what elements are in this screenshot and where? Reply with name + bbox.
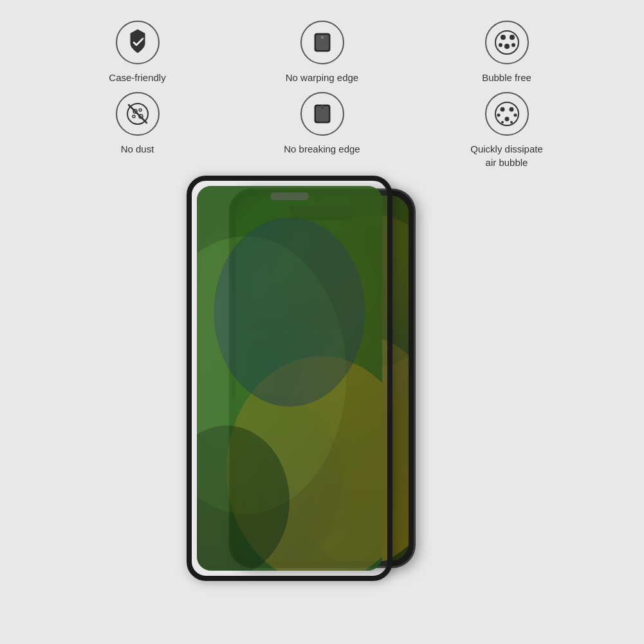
svg-point-30 bbox=[510, 121, 513, 124]
feature-no-dust: No dust bbox=[51, 91, 223, 169]
svg-point-11 bbox=[511, 43, 515, 47]
feature-no-warping-edge: No warping edge bbox=[236, 19, 408, 84]
svg-point-26 bbox=[504, 117, 509, 122]
case-friendly-label: Case-friendly bbox=[109, 71, 165, 84]
svg-point-9 bbox=[504, 44, 510, 49]
svg-point-15 bbox=[139, 109, 142, 111]
no-dust-label: No dust bbox=[121, 142, 154, 156]
no-breaking-edge-label: No breaking edge bbox=[284, 142, 360, 156]
glass-swirl bbox=[197, 186, 382, 571]
svg-point-22 bbox=[486, 93, 528, 135]
no-breaking-edge-icon bbox=[299, 91, 345, 137]
svg-point-5 bbox=[486, 21, 528, 64]
product-section bbox=[0, 189, 644, 568]
features-grid: Case-friendly No warping edge bbox=[0, 0, 644, 182]
feature-quickly-dissipate: Quickly dissipate air bubble bbox=[421, 91, 593, 169]
svg-point-6 bbox=[495, 31, 519, 54]
svg-point-16 bbox=[133, 115, 135, 118]
svg-point-10 bbox=[499, 43, 502, 47]
glass-protector bbox=[187, 176, 392, 581]
svg-line-18 bbox=[129, 105, 147, 123]
svg-point-8 bbox=[510, 35, 515, 40]
svg-point-7 bbox=[501, 35, 506, 40]
svg-point-27 bbox=[497, 114, 500, 117]
quickly-dissipate-icon bbox=[484, 91, 530, 137]
feature-no-breaking-edge: No breaking edge bbox=[236, 91, 408, 169]
svg-point-28 bbox=[513, 114, 517, 117]
feature-case-friendly: Case-friendly bbox=[51, 19, 223, 84]
svg-point-24 bbox=[500, 107, 504, 112]
svg-point-40 bbox=[214, 217, 365, 407]
svg-point-4 bbox=[321, 36, 324, 39]
case-friendly-icon bbox=[115, 19, 161, 66]
phone-side-button bbox=[414, 255, 416, 287]
glass-camera-cutout bbox=[270, 192, 309, 200]
bubble-free-icon bbox=[484, 19, 530, 66]
quickly-dissipate-label: Quickly dissipate air bubble bbox=[470, 142, 543, 169]
svg-point-29 bbox=[501, 121, 504, 124]
no-dust-icon bbox=[115, 91, 161, 137]
feature-bubble-free: Bubble free bbox=[421, 19, 593, 84]
bubble-free-label: Bubble free bbox=[482, 71, 531, 84]
svg-point-25 bbox=[509, 107, 513, 112]
no-warping-edge-label: No warping edge bbox=[286, 71, 358, 84]
no-warping-edge-icon bbox=[299, 19, 345, 66]
